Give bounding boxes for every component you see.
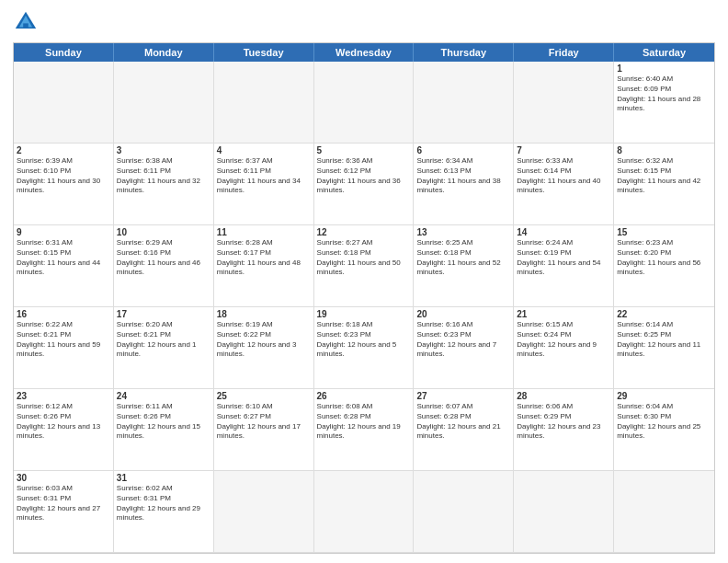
day-cell: 19Sunrise: 6:18 AMSunset: 6:23 PMDayligh… bbox=[314, 307, 415, 389]
svg-rect-2 bbox=[23, 23, 28, 29]
day-header: Saturday bbox=[614, 43, 714, 62]
day-number: 27 bbox=[416, 391, 510, 401]
cell-info: Sunrise: 6:08 AMSunset: 6:28 PMDaylight:… bbox=[317, 402, 411, 442]
day-number: 13 bbox=[416, 227, 510, 237]
day-number: 22 bbox=[617, 309, 711, 319]
day-cell: 2Sunrise: 6:39 AMSunset: 6:10 PMDaylight… bbox=[14, 144, 114, 225]
day-cell: 26Sunrise: 6:08 AMSunset: 6:28 PMDayligh… bbox=[314, 389, 415, 471]
day-cell: 3Sunrise: 6:38 AMSunset: 6:11 PMDaylight… bbox=[114, 144, 214, 225]
day-number: 8 bbox=[617, 145, 711, 155]
calendar: SundayMondayTuesdayWednesdayThursdayFrid… bbox=[13, 42, 715, 554]
cell-info: Sunrise: 6:10 AMSunset: 6:27 PMDaylight:… bbox=[217, 402, 311, 442]
empty-cell bbox=[614, 471, 714, 553]
day-number: 20 bbox=[416, 309, 510, 319]
day-cell: 11Sunrise: 6:28 AMSunset: 6:17 PMDayligh… bbox=[214, 225, 314, 307]
day-number: 23 bbox=[17, 391, 110, 401]
empty-cell bbox=[114, 62, 214, 144]
day-number: 29 bbox=[617, 391, 711, 401]
day-number: 30 bbox=[17, 473, 110, 483]
day-number: 15 bbox=[617, 227, 711, 237]
day-cell: 4Sunrise: 6:37 AMSunset: 6:11 PMDaylight… bbox=[214, 144, 314, 225]
day-number: 26 bbox=[317, 391, 411, 401]
cell-info: Sunrise: 6:37 AMSunset: 6:11 PMDaylight:… bbox=[217, 156, 311, 196]
cell-info: Sunrise: 6:02 AMSunset: 6:31 PMDaylight:… bbox=[117, 484, 210, 523]
day-number: 16 bbox=[17, 309, 110, 319]
day-number: 11 bbox=[217, 227, 311, 237]
cell-info: Sunrise: 6:19 AMSunset: 6:22 PMDaylight:… bbox=[217, 320, 311, 360]
day-number: 5 bbox=[317, 145, 411, 155]
day-cell: 7Sunrise: 6:33 AMSunset: 6:14 PMDaylight… bbox=[514, 144, 614, 225]
cell-info: Sunrise: 6:15 AMSunset: 6:24 PMDaylight:… bbox=[517, 320, 610, 360]
day-number: 31 bbox=[117, 473, 210, 483]
day-number: 12 bbox=[317, 227, 411, 237]
day-cell: 15Sunrise: 6:23 AMSunset: 6:20 PMDayligh… bbox=[614, 225, 714, 307]
empty-cell bbox=[414, 471, 514, 553]
cell-info: Sunrise: 6:20 AMSunset: 6:21 PMDaylight:… bbox=[117, 320, 210, 360]
cell-info: Sunrise: 6:18 AMSunset: 6:23 PMDaylight:… bbox=[317, 320, 411, 360]
day-cell: 13Sunrise: 6:25 AMSunset: 6:18 PMDayligh… bbox=[414, 225, 514, 307]
day-number: 10 bbox=[117, 227, 210, 237]
day-cell: 30Sunrise: 6:03 AMSunset: 6:31 PMDayligh… bbox=[14, 471, 114, 553]
day-number: 28 bbox=[517, 391, 610, 401]
empty-cell bbox=[514, 471, 614, 553]
day-cell: 5Sunrise: 6:36 AMSunset: 6:12 PMDaylight… bbox=[314, 144, 415, 225]
day-cell: 9Sunrise: 6:31 AMSunset: 6:15 PMDaylight… bbox=[14, 225, 114, 307]
day-cell: 17Sunrise: 6:20 AMSunset: 6:21 PMDayligh… bbox=[114, 307, 214, 389]
cell-info: Sunrise: 6:28 AMSunset: 6:17 PMDaylight:… bbox=[217, 238, 311, 278]
day-cell: 14Sunrise: 6:24 AMSunset: 6:19 PMDayligh… bbox=[514, 225, 614, 307]
cell-info: Sunrise: 6:25 AMSunset: 6:18 PMDaylight:… bbox=[416, 238, 510, 278]
day-cell: 27Sunrise: 6:07 AMSunset: 6:28 PMDayligh… bbox=[414, 389, 514, 471]
day-cell: 8Sunrise: 6:32 AMSunset: 6:15 PMDaylight… bbox=[614, 144, 714, 225]
cell-info: Sunrise: 6:34 AMSunset: 6:13 PMDaylight:… bbox=[416, 156, 510, 196]
day-number: 1 bbox=[617, 63, 711, 74]
day-cell: 24Sunrise: 6:11 AMSunset: 6:26 PMDayligh… bbox=[114, 389, 214, 471]
day-number: 4 bbox=[217, 145, 311, 155]
empty-cell bbox=[314, 471, 415, 553]
day-cell: 29Sunrise: 6:04 AMSunset: 6:30 PMDayligh… bbox=[614, 389, 714, 471]
day-cell: 22Sunrise: 6:14 AMSunset: 6:25 PMDayligh… bbox=[614, 307, 714, 389]
day-number: 19 bbox=[317, 309, 411, 319]
day-header: Thursday bbox=[414, 43, 514, 62]
cell-info: Sunrise: 6:11 AMSunset: 6:26 PMDaylight:… bbox=[117, 402, 210, 442]
day-number: 24 bbox=[117, 391, 210, 401]
cell-info: Sunrise: 6:40 AMSunset: 6:09 PMDaylight:… bbox=[617, 75, 711, 114]
day-number: 18 bbox=[217, 309, 311, 319]
cell-info: Sunrise: 6:38 AMSunset: 6:11 PMDaylight:… bbox=[117, 156, 210, 196]
day-cell: 10Sunrise: 6:29 AMSunset: 6:16 PMDayligh… bbox=[114, 225, 214, 307]
day-number: 3 bbox=[117, 145, 210, 155]
empty-cell bbox=[214, 471, 314, 553]
day-number: 6 bbox=[416, 145, 510, 155]
day-header: Tuesday bbox=[214, 43, 314, 62]
day-header: Sunday bbox=[14, 43, 114, 62]
empty-cell bbox=[14, 62, 114, 144]
cell-info: Sunrise: 6:33 AMSunset: 6:14 PMDaylight:… bbox=[517, 156, 610, 196]
cell-info: Sunrise: 6:24 AMSunset: 6:19 PMDaylight:… bbox=[517, 238, 610, 278]
day-cell: 25Sunrise: 6:10 AMSunset: 6:27 PMDayligh… bbox=[214, 389, 314, 471]
day-cell: 1Sunrise: 6:40 AMSunset: 6:09 PMDaylight… bbox=[614, 62, 714, 144]
empty-cell bbox=[514, 62, 614, 144]
cell-info: Sunrise: 6:31 AMSunset: 6:15 PMDaylight:… bbox=[17, 238, 110, 278]
day-cell: 6Sunrise: 6:34 AMSunset: 6:13 PMDaylight… bbox=[414, 144, 514, 225]
day-header: Friday bbox=[514, 43, 614, 62]
day-cell: 23Sunrise: 6:12 AMSunset: 6:26 PMDayligh… bbox=[14, 389, 114, 471]
cell-info: Sunrise: 6:03 AMSunset: 6:31 PMDaylight:… bbox=[17, 484, 110, 523]
day-cell: 20Sunrise: 6:16 AMSunset: 6:23 PMDayligh… bbox=[414, 307, 514, 389]
day-number: 25 bbox=[217, 391, 311, 401]
cell-info: Sunrise: 6:16 AMSunset: 6:23 PMDaylight:… bbox=[416, 320, 510, 360]
day-cell: 21Sunrise: 6:15 AMSunset: 6:24 PMDayligh… bbox=[514, 307, 614, 389]
empty-cell bbox=[214, 62, 314, 144]
day-number: 21 bbox=[517, 309, 610, 319]
calendar-grid: 1Sunrise: 6:40 AMSunset: 6:09 PMDaylight… bbox=[14, 62, 714, 553]
page: SundayMondayTuesdayWednesdayThursdayFrid… bbox=[0, 0, 728, 563]
day-cell: 18Sunrise: 6:19 AMSunset: 6:22 PMDayligh… bbox=[214, 307, 314, 389]
header bbox=[13, 9, 715, 35]
cell-info: Sunrise: 6:29 AMSunset: 6:16 PMDaylight:… bbox=[117, 238, 210, 278]
day-cell: 31Sunrise: 6:02 AMSunset: 6:31 PMDayligh… bbox=[114, 471, 214, 553]
cell-info: Sunrise: 6:12 AMSunset: 6:26 PMDaylight:… bbox=[17, 402, 110, 442]
cell-info: Sunrise: 6:27 AMSunset: 6:18 PMDaylight:… bbox=[317, 238, 411, 278]
logo bbox=[13, 9, 42, 35]
cell-info: Sunrise: 6:22 AMSunset: 6:21 PMDaylight:… bbox=[17, 320, 110, 360]
logo-icon bbox=[13, 9, 39, 35]
day-number: 7 bbox=[517, 145, 610, 155]
empty-cell bbox=[314, 62, 415, 144]
